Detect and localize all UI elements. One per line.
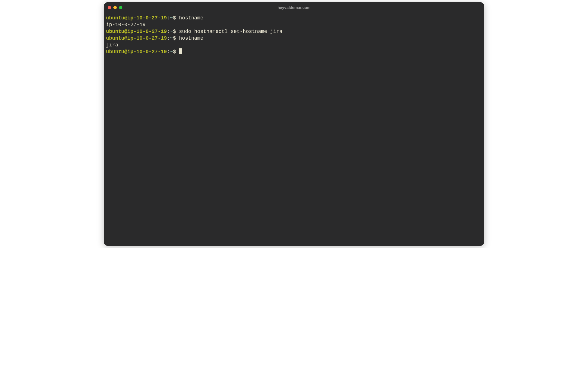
- prompt-dollar: $: [173, 15, 179, 21]
- close-icon[interactable]: [108, 6, 111, 9]
- prompt-colon: :: [167, 15, 170, 21]
- command-text: hostname: [179, 15, 203, 21]
- prompt-path: ~: [170, 35, 173, 41]
- terminal-body[interactable]: ubuntu@ip-10-0-27-19:~$ hostnameip-10-0-…: [104, 13, 484, 246]
- prompt-dollar: $: [173, 49, 179, 55]
- prompt-path: ~: [170, 29, 173, 34]
- prompt-line: ubuntu@ip-10-0-27-19:~$ hostname: [106, 15, 482, 21]
- maximize-icon[interactable]: [119, 6, 122, 9]
- prompt-user-host: ubuntu@ip-10-0-27-19: [106, 15, 167, 21]
- output-text: jira: [106, 42, 118, 48]
- prompt-line: ubuntu@ip-10-0-27-19:~$ sudo hostnamectl…: [106, 28, 482, 35]
- prompt-colon: :: [167, 35, 170, 41]
- command-text: sudo hostnamectl set-hostname jira: [179, 29, 282, 34]
- cursor-icon: [179, 48, 182, 54]
- output-text: ip-10-0-27-19: [106, 22, 145, 28]
- titlebar: heyvaldemar.com: [104, 2, 484, 13]
- prompt-user-host: ubuntu@ip-10-0-27-19: [106, 29, 167, 34]
- terminal-window: heyvaldemar.com ubuntu@ip-10-0-27-19:~$ …: [104, 2, 484, 246]
- prompt-dollar: $: [173, 29, 179, 34]
- prompt-path: ~: [170, 15, 173, 21]
- prompt-line: ubuntu@ip-10-0-27-19:~$ hostname: [106, 35, 482, 42]
- prompt-colon: :: [167, 49, 170, 55]
- output-line: ip-10-0-27-19: [106, 21, 482, 28]
- command-text: hostname: [179, 35, 203, 41]
- prompt-line: ubuntu@ip-10-0-27-19:~$: [106, 48, 482, 55]
- prompt-user-host: ubuntu@ip-10-0-27-19: [106, 35, 167, 41]
- minimize-icon[interactable]: [113, 6, 117, 9]
- traffic-lights: [108, 6, 122, 9]
- prompt-user-host: ubuntu@ip-10-0-27-19: [106, 49, 167, 55]
- output-line: jira: [106, 42, 482, 48]
- prompt-colon: :: [167, 29, 170, 34]
- prompt-dollar: $: [173, 35, 179, 41]
- window-title: heyvaldemar.com: [104, 5, 484, 10]
- prompt-path: ~: [170, 49, 173, 55]
